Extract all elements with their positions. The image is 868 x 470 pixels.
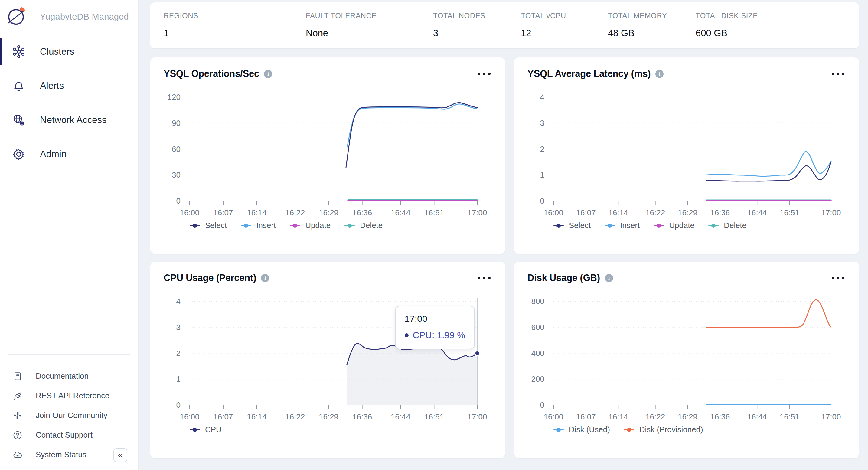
svg-text:0: 0 [176, 196, 181, 206]
sidebar-item-network-access[interactable]: Network Access [0, 103, 138, 137]
sidebar-item-rest-api[interactable]: REST API Reference [0, 386, 138, 406]
svg-text:16:07: 16:07 [576, 208, 596, 217]
sidebar-divider [8, 354, 130, 355]
chart-card-disk-usage: Disk Usage (GB) i 020040060080016:0016:0… [514, 261, 859, 458]
svg-text:16:22: 16:22 [285, 208, 305, 217]
chart-title: CPU Usage (Percent) [164, 273, 256, 283]
footer-item-label: Join Our Community [36, 411, 107, 420]
svg-text:17:00: 17:00 [821, 412, 841, 421]
svg-text:400: 400 [531, 349, 545, 358]
svg-text:16:36: 16:36 [710, 412, 730, 421]
tooltip-value: CPU: 1.99 % [413, 330, 465, 340]
card-header: Disk Usage (GB) i [514, 261, 859, 283]
stat-total-disk-size: TOTAL DISK SIZE 600 GB [695, 11, 859, 49]
globe-gear-icon [11, 113, 26, 127]
svg-text:16:22: 16:22 [285, 412, 305, 421]
legend-item-select[interactable]: Select [554, 221, 591, 230]
svg-text:17:00: 17:00 [467, 412, 487, 421]
legend-label: Delete [360, 221, 382, 230]
svg-text:16:14: 16:14 [247, 412, 267, 421]
sidebar-item-admin[interactable]: Admin [0, 137, 138, 171]
chart-legend: Select Insert Update Delete [554, 221, 859, 230]
main-content: REGIONS 1 FAULT TOLERANCE None TOTAL NOD… [138, 0, 868, 470]
ysql-operations-chart[interactable]: 030609012016:0016:0716:1416:2216:2916:36… [150, 81, 505, 220]
legend-item-insert[interactable]: Insert [241, 221, 276, 230]
card-header: YSQL Average Latency (ms) i [514, 58, 859, 79]
sidebar-nav: Clusters Alerts [0, 34, 138, 171]
brand: YugabyteDB Managed [0, 0, 138, 31]
stat-label: TOTAL DISK SIZE [695, 11, 853, 20]
legend-marker [654, 225, 664, 226]
legend-item-delete[interactable]: Delete [708, 221, 746, 230]
stat-label: TOTAL MEMORY [608, 11, 689, 20]
svg-text:0: 0 [540, 401, 545, 409]
svg-text:16:36: 16:36 [710, 208, 730, 217]
legend-marker [344, 225, 355, 226]
legend-marker [624, 429, 634, 430]
svg-text:16:14: 16:14 [247, 208, 267, 217]
stat-value: 48 GB [608, 28, 689, 39]
legend-label: Select [569, 221, 591, 230]
svg-text:30: 30 [172, 170, 181, 179]
svg-text:16:44: 16:44 [747, 412, 767, 421]
brand-title: YugabyteDB Managed [40, 12, 129, 22]
legend-label: Insert [620, 221, 640, 230]
sidebar-item-clusters[interactable]: Clusters [0, 34, 138, 69]
sidebar-item-label: Clusters [40, 46, 74, 57]
chart-menu-button[interactable] [831, 70, 846, 77]
disk-usage-chart[interactable]: 020040060080016:0016:0716:1416:2216:2916… [514, 285, 859, 424]
sidebar-item-alerts[interactable]: Alerts [0, 69, 138, 103]
sidebar-item-label: Network Access [40, 115, 107, 126]
svg-text:0: 0 [176, 401, 181, 409]
stat-label: TOTAL NODES [433, 11, 515, 20]
svg-text:120: 120 [167, 93, 181, 102]
sidebar-item-documentation[interactable]: Documentation [0, 366, 138, 386]
chart-legend: Disk (Used) Disk (Provisioned) [554, 425, 859, 434]
svg-text:16:51: 16:51 [780, 208, 799, 217]
legend-item-update[interactable]: Update [290, 221, 331, 230]
info-icon[interactable]: i [261, 274, 269, 282]
svg-text:1: 1 [176, 374, 181, 383]
stat-total-vcpu: TOTAL vCPU 12 [521, 11, 608, 49]
chart-menu-button[interactable] [477, 274, 492, 282]
svg-text:17:00: 17:00 [821, 208, 841, 217]
info-icon[interactable]: i [605, 274, 613, 282]
svg-text:16:51: 16:51 [424, 208, 444, 217]
stat-total-memory: TOTAL MEMORY 48 GB [608, 11, 695, 49]
stat-value: 12 [521, 28, 602, 39]
legend-label: Disk (Used) [569, 425, 610, 434]
footer-item-label: Contact Support [36, 430, 93, 440]
chart-menu-button[interactable] [477, 70, 492, 77]
sidebar-collapse-button[interactable]: « [114, 448, 127, 462]
chart-title: Disk Usage (GB) [527, 273, 600, 283]
footer-item-label: Documentation [36, 371, 89, 381]
info-icon[interactable]: i [264, 70, 272, 78]
chart-tooltip: 17:00 CPU: 1.99 % [395, 306, 475, 349]
legend-item-delete[interactable]: Delete [344, 221, 382, 230]
ysql-latency-chart[interactable]: 0123416:0016:0716:1416:2216:2916:3616:44… [514, 81, 859, 220]
legend-item-insert[interactable]: Insert [604, 221, 640, 230]
chart-menu-button[interactable] [831, 274, 846, 282]
legend-label: Update [669, 221, 694, 230]
svg-text:3: 3 [540, 119, 545, 128]
svg-text:16:00: 16:00 [544, 412, 563, 421]
chart-card-ysql-latency: YSQL Average Latency (ms) i 0123416:0016… [514, 58, 859, 254]
legend-item-cpu[interactable]: CPU [190, 425, 222, 434]
stat-label: FAULT TOLERANCE [306, 11, 427, 20]
svg-text:16:14: 16:14 [609, 412, 628, 421]
legend-item-update[interactable]: Update [654, 221, 694, 230]
legend-item-disk-provisioned[interactable]: Disk (Provisioned) [624, 425, 703, 434]
chart-card-ysql-operations: YSQL Operations/Sec i 030609012016:0016:… [150, 58, 505, 254]
legend-item-select[interactable]: Select [190, 221, 227, 230]
svg-text:16:07: 16:07 [576, 412, 596, 421]
legend-marker [290, 225, 300, 226]
legend-item-disk-used[interactable]: Disk (Used) [554, 425, 610, 434]
svg-text:600: 600 [531, 323, 545, 332]
sidebar-item-community[interactable]: Join Our Community [0, 406, 138, 425]
info-icon[interactable]: i [655, 70, 663, 78]
legend-marker [190, 225, 200, 226]
legend-marker [604, 225, 615, 226]
gear-icon [11, 147, 26, 161]
tooltip-time: 17:00 [405, 314, 465, 324]
sidebar-item-support[interactable]: Contact Support [0, 425, 138, 445]
